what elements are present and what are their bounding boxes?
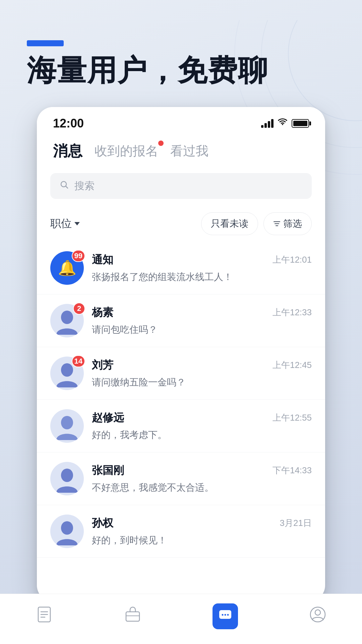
avatar: [50, 409, 84, 443]
tab-viewed[interactable]: 看过我: [170, 143, 208, 160]
person-figure: [54, 519, 80, 548]
status-time: 12:00: [53, 116, 84, 130]
svg-point-18: [225, 614, 226, 616]
search-container: 搜索: [37, 168, 325, 207]
message-item[interactable]: 2 杨素 上午12:33 请问包吃住吗？: [37, 294, 325, 347]
wifi-icon: [278, 118, 288, 129]
bottom-nav: [0, 594, 362, 644]
chevron-down-icon: [74, 222, 80, 225]
nav-item-jobs[interactable]: [124, 606, 141, 627]
resume-icon: [36, 606, 53, 627]
message-badge: 14: [72, 355, 85, 367]
message-item[interactable]: 🔔 99 通知 上午12:01 张扬报名了您的组装流水线工人！: [37, 242, 325, 294]
nav-tabs: 消息 收到的报名 看过我: [37, 136, 325, 168]
message-time: 上午12:55: [273, 412, 312, 424]
jobs-icon: [124, 606, 141, 627]
signal-icon: [261, 119, 274, 128]
search-placeholder: 搜索: [74, 179, 95, 193]
message-preview: 好的，我考虑下。: [92, 429, 312, 441]
svg-point-6: [61, 363, 73, 377]
svg-rect-14: [126, 612, 139, 621]
message-badge: 99: [72, 250, 85, 262]
svg-point-7: [61, 416, 73, 429]
page-title: 海量用户，免费聊: [27, 54, 362, 87]
message-header: 杨素 上午12:33: [92, 305, 312, 320]
avatar-wrap: 2: [50, 304, 84, 337]
nav-item-profile[interactable]: [309, 606, 326, 627]
tab-applications[interactable]: 收到的报名: [95, 143, 158, 160]
filter-button[interactable]: 筛选: [263, 212, 312, 235]
svg-point-21: [315, 610, 320, 615]
nav-item-messages[interactable]: [213, 603, 238, 629]
messages-icon: [213, 603, 238, 629]
profile-icon: [309, 606, 326, 627]
message-preview: 张扬报名了您的组装流水线工人！: [92, 271, 312, 283]
message-list: 🔔 99 通知 上午12:01 张扬报名了您的组装流水线工人！: [37, 242, 325, 558]
svg-point-19: [227, 614, 229, 616]
message-time: 3月21日: [280, 517, 312, 529]
position-filter[interactable]: 职位: [50, 216, 80, 231]
status-bar: 12:00: [37, 107, 325, 136]
avatar: [50, 515, 84, 548]
message-badge: 2: [73, 303, 85, 315]
message-preview: 不好意思，我感觉不太合适。: [92, 481, 312, 494]
message-header: 通知 上午12:01: [92, 253, 312, 267]
phone-screen: 12:00: [37, 107, 325, 601]
avatar-wrap: [50, 462, 84, 495]
tab-messages[interactable]: 消息: [53, 141, 82, 161]
search-bar[interactable]: 搜索: [50, 173, 312, 199]
avatar-wrap: [50, 409, 84, 443]
nav-item-resume[interactable]: [36, 606, 53, 627]
unread-filter-button[interactable]: 只看未读: [201, 212, 258, 235]
svg-point-9: [61, 521, 73, 535]
phone-mockup: 12:00: [37, 107, 325, 601]
svg-point-5: [61, 311, 73, 324]
filter-button-label: 筛选: [283, 217, 302, 230]
message-header: 孙权 3月21日: [92, 516, 312, 531]
message-content: 通知 上午12:01 张扬报名了您的组装流水线工人！: [92, 253, 312, 283]
message-content: 赵修远 上午12:55 好的，我考虑下。: [92, 411, 312, 441]
message-time: 上午12:01: [273, 254, 312, 266]
avatar-wrap: 🔔 99: [50, 251, 84, 285]
applications-badge: [158, 141, 164, 146]
message-header: 赵修远 上午12:55: [92, 411, 312, 425]
battery-icon: [292, 119, 309, 128]
message-time: 上午12:45: [273, 359, 312, 371]
message-preview: 请问缴纳五险一金吗？: [92, 376, 312, 389]
message-content: 张国刚 下午14:33 不好意思，我感觉不太合适。: [92, 463, 312, 494]
header-accent: [27, 40, 64, 46]
message-time: 上午12:33: [273, 307, 312, 318]
svg-point-8: [61, 469, 73, 482]
svg-point-17: [222, 614, 224, 616]
filter-buttons: 只看未读 筛选: [201, 212, 312, 235]
message-content: 杨素 上午12:33 请问包吃住吗？: [92, 305, 312, 336]
status-icons: [261, 118, 309, 129]
sender-name: 赵修远: [92, 411, 124, 425]
message-item[interactable]: 14 刘芳 上午12:45 请问缴纳五险一金吗？: [37, 347, 325, 400]
search-icon: [60, 180, 69, 192]
message-item[interactable]: 张国刚 下午14:33 不好意思，我感觉不太合适。: [37, 452, 325, 505]
message-header: 张国刚 下午14:33: [92, 463, 312, 478]
person-figure: [54, 466, 80, 495]
sender-name: 张国刚: [92, 463, 124, 478]
message-content: 刘芳 上午12:45 请问缴纳五险一金吗？: [92, 358, 312, 389]
message-time: 下午14:33: [273, 465, 312, 476]
message-header: 刘芳 上午12:45: [92, 358, 312, 373]
speaker-icon: 🔔: [58, 259, 76, 277]
avatar-wrap: [50, 515, 84, 548]
message-item[interactable]: 孙权 3月21日 好的，到时候见！: [37, 505, 325, 558]
sender-name: 杨素: [92, 305, 113, 320]
avatar-wrap: 14: [50, 357, 84, 390]
header-area: 海量用户，免费聊: [0, 0, 362, 107]
sender-name: 通知: [92, 253, 113, 267]
sender-name: 孙权: [92, 516, 113, 531]
message-content: 孙权 3月21日 好的，到时候见！: [92, 516, 312, 547]
position-filter-label: 职位: [50, 216, 72, 231]
filter-icon: [273, 220, 281, 227]
filter-row: 职位 只看未读 筛选: [37, 207, 325, 242]
message-preview: 请问包吃住吗？: [92, 323, 312, 336]
message-item[interactable]: 赵修远 上午12:55 好的，我考虑下。: [37, 400, 325, 452]
avatar: [50, 462, 84, 495]
message-preview: 好的，到时候见！: [92, 534, 312, 547]
sender-name: 刘芳: [92, 358, 113, 373]
